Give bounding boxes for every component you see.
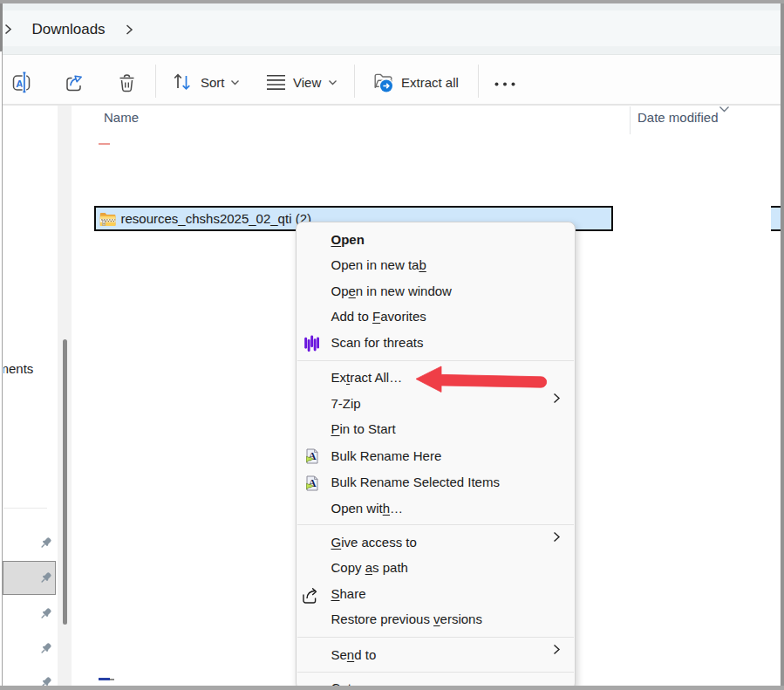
svg-text:A: A	[16, 79, 23, 89]
